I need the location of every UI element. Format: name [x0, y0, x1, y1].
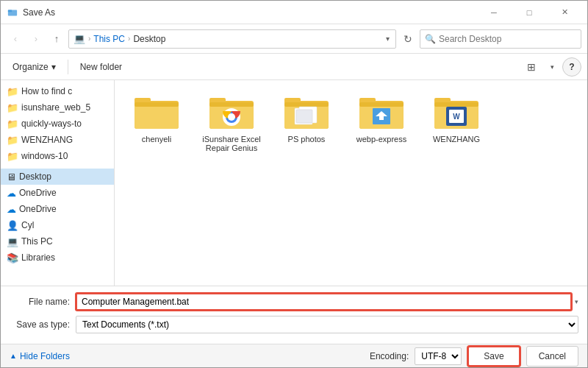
- folder-wenzhang[interactable]: W WENZHANG: [423, 89, 490, 155]
- title-bar: Save As ─ □ ✕: [1, 1, 587, 24]
- sidebar-item-quickly-ways[interactable]: 📁 quickly-ways-to: [1, 116, 114, 132]
- libraries-icon: 📚: [7, 252, 18, 263]
- this-pc-icon: 💻: [7, 236, 18, 247]
- status-bar: ▲ Hide Folders Encoding: UTF-8 Save Canc…: [1, 344, 587, 367]
- folder-webp-express[interactable]: webp-express: [348, 89, 415, 155]
- encoding-select[interactable]: UTF-8: [415, 347, 462, 365]
- folder-label-webp-express: webp-express: [356, 135, 406, 144]
- sidebar-label-cyl: Cyl: [21, 220, 34, 230]
- toolbar-separator: [68, 60, 68, 74]
- close-button[interactable]: ✕: [548, 1, 581, 24]
- sidebar-item-libraries[interactable]: 📚 Libraries: [1, 250, 114, 266]
- sidebar-item-isunshare-web[interactable]: 📁 isunshare_web_5: [1, 99, 114, 116]
- folder-icon-ps-photos: [283, 92, 330, 132]
- savetype-input-wrap: Text Documents (*.txt): [76, 316, 578, 333]
- breadcrumb-sep2: ›: [128, 35, 130, 43]
- folder-icon-webp-express: [358, 92, 405, 132]
- sidebar-item-onedrive2[interactable]: ☁ OneDrive: [1, 201, 114, 217]
- hide-folders-button[interactable]: ▲ Hide Folders: [10, 351, 70, 361]
- up-button[interactable]: ↑: [48, 30, 65, 48]
- cancel-button[interactable]: Cancel: [526, 346, 578, 367]
- svg-rect-9: [209, 102, 254, 107]
- svg-rect-23: [359, 102, 404, 107]
- save-button[interactable]: Save: [467, 346, 520, 367]
- svg-rect-1: [8, 10, 12, 12]
- organize-button[interactable]: Organize ▾: [7, 57, 62, 77]
- onedrive2-icon: ☁: [7, 204, 16, 215]
- savetype-label: Save as type:: [10, 319, 76, 330]
- folder-grid: chenyeli: [123, 89, 578, 155]
- folder-icon-windows-10: 📁: [7, 151, 18, 162]
- folder-ps-photos[interactable]: PS photos: [273, 89, 340, 155]
- folder-label-chenyeli: chenyeli: [142, 135, 171, 144]
- sidebar-item-desktop[interactable]: 🖥 Desktop: [1, 169, 114, 185]
- forward-button[interactable]: ›: [27, 30, 45, 48]
- content-area: chenyeli: [115, 80, 587, 286]
- toolbar-right: ⊞ ▾ ?: [521, 57, 581, 77]
- bottom-panel: File name: ▾ Save as type: Text Document…: [1, 286, 587, 344]
- savetype-row: Save as type: Text Documents (*.txt): [10, 315, 578, 334]
- save-as-window: Save As ─ □ ✕ ‹ › ↑ 💻 › This PC › Deskto…: [0, 0, 588, 368]
- main-area: 📁 How to find c 📁 isunshare_web_5 📁 quic…: [1, 80, 587, 286]
- sidebar-item-wenzhang[interactable]: 📁 WENZHANG: [1, 132, 114, 148]
- folder-icon-wenzhang: W: [433, 92, 480, 132]
- minimize-button[interactable]: ─: [477, 1, 511, 24]
- sidebar-label-quickly-ways: quickly-ways-to: [21, 118, 82, 129]
- sidebar-label-libraries: Libraries: [21, 252, 55, 263]
- onedrive1-icon: ☁: [7, 188, 16, 199]
- sidebar-item-windows-10[interactable]: 📁 windows-10: [1, 148, 114, 164]
- user-icon: 👤: [7, 220, 18, 231]
- maximize-button[interactable]: □: [512, 1, 546, 24]
- breadcrumb-sep1: ›: [88, 35, 90, 43]
- view-button[interactable]: ⊞: [521, 57, 542, 77]
- svg-text:W: W: [453, 113, 460, 121]
- svg-rect-5: [135, 102, 179, 107]
- sidebar-label-desktop: Desktop: [19, 171, 51, 182]
- search-input[interactable]: [439, 34, 576, 44]
- address-bar: ‹ › ↑ 💻 › This PC › Desktop ▾ ↻ 🔍: [1, 24, 587, 54]
- svg-rect-19: [296, 110, 312, 123]
- folder-icon-quickly-ways: 📁: [7, 118, 18, 130]
- title-controls: ─ □ ✕: [477, 1, 581, 24]
- refresh-button[interactable]: ↻: [399, 30, 417, 48]
- svg-rect-16: [284, 102, 329, 107]
- new-folder-button[interactable]: New folder: [74, 57, 128, 77]
- sidebar-item-onedrive1[interactable]: ☁ OneDrive: [1, 185, 114, 201]
- new-folder-label: New folder: [80, 62, 122, 72]
- sidebar-item-this-pc[interactable]: 💻 This PC: [1, 233, 114, 250]
- sidebar-label-wenzhang: WENZHANG: [21, 135, 73, 145]
- back-button[interactable]: ‹: [7, 30, 24, 48]
- sidebar-item-how-to-find[interactable]: 📁 How to find c: [1, 83, 114, 99]
- sidebar-label-isunshare-web: isunshare_web_5: [21, 102, 90, 113]
- sidebar-label-onedrive2: OneDrive: [19, 204, 57, 214]
- folder-chenyeli[interactable]: chenyeli: [123, 89, 190, 155]
- filename-input[interactable]: [76, 293, 572, 311]
- search-box: 🔍: [420, 29, 581, 49]
- breadcrumb-desktop: Desktop: [133, 34, 165, 44]
- folder-icon-isunshare: [208, 92, 255, 132]
- sidebar-item-cyl[interactable]: 👤 Cyl: [1, 217, 114, 233]
- sidebar-label-windows-10: windows-10: [21, 151, 68, 161]
- folder-label-ps-photos: PS photos: [288, 135, 326, 144]
- svg-rect-29: [434, 102, 478, 107]
- window-icon: [7, 7, 18, 18]
- sidebar-label-this-pc: This PC: [21, 236, 53, 247]
- sidebar-label-onedrive1: OneDrive: [19, 188, 57, 198]
- view-dropdown-button[interactable]: ▾: [545, 57, 559, 77]
- folder-label-wenzhang: WENZHANG: [433, 135, 480, 144]
- search-icon: 🔍: [425, 34, 436, 44]
- breadcrumb-dropdown-arrow[interactable]: ▾: [384, 35, 391, 43]
- filename-dropdown-arrow[interactable]: ▾: [575, 298, 578, 305]
- filename-row: File name: ▾: [10, 292, 578, 311]
- breadcrumb-bar: 💻 › This PC › Desktop ▾: [68, 29, 396, 49]
- sidebar-label-how-to-find: How to find c: [21, 86, 72, 96]
- breadcrumb-this-pc[interactable]: This PC: [93, 34, 125, 44]
- folder-icon-chenyeli: [133, 92, 180, 132]
- folder-icon-wenzhang: 📁: [7, 135, 18, 146]
- savetype-select[interactable]: Text Documents (*.txt): [76, 316, 578, 333]
- help-button[interactable]: ?: [562, 57, 581, 77]
- toolbar: Organize ▾ New folder ⊞ ▾ ?: [1, 54, 587, 80]
- svg-point-12: [228, 113, 235, 121]
- folder-isunshare-excel[interactable]: iSunshare Excel Repair Genius: [198, 89, 265, 155]
- status-right: Encoding: UTF-8 Save Cancel: [370, 346, 578, 367]
